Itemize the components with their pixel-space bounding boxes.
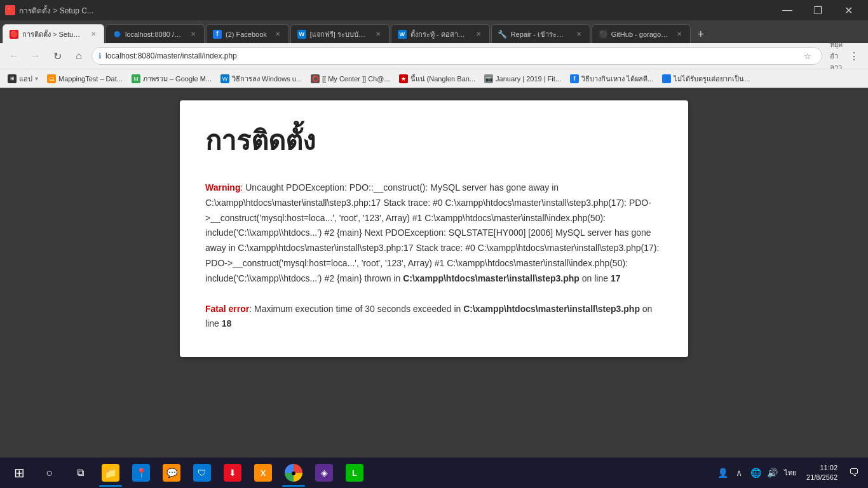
tab-1-label: การติดตั้ง > Setup C...: [22, 29, 83, 40]
start-button[interactable]: ⊞: [5, 459, 33, 487]
forward-button[interactable]: →: [27, 47, 44, 65]
extensions-button[interactable]: หยุดอำลาว: [829, 48, 844, 64]
language-indicator[interactable]: ไทย: [782, 467, 799, 478]
bookmark-7-label: วิธีบางกินเหาง ได้ผลดี...: [581, 73, 653, 85]
tab-4-icon: W: [297, 30, 306, 39]
file-explorer-icon: 📁: [102, 464, 119, 482]
page-content: การติดตั้ง Warning: Uncaught PDOExceptio…: [0, 88, 868, 458]
warning-message: Warning: Uncaught PDOException: PDO::__c…: [205, 180, 663, 287]
refresh-button[interactable]: ↻: [48, 47, 66, 65]
taskbar-xampp[interactable]: X: [249, 459, 277, 487]
chevron-up-icon[interactable]: ∧: [732, 466, 746, 480]
tab-1-icon: 🔴: [10, 30, 18, 39]
vscode-icon: ◈: [315, 464, 333, 482]
bookmark-star-button[interactable]: ☆: [800, 48, 815, 64]
tab-3[interactable]: f (2) Facebook ✕: [206, 24, 289, 43]
taskbar-line-app[interactable]: L: [341, 459, 369, 487]
bookmark-8-icon: 👤: [662, 74, 671, 83]
taskbar-vscode[interactable]: ◈: [310, 459, 338, 487]
tab-7-icon: ⚫: [599, 30, 607, 39]
notification-button[interactable]: 🗨: [845, 464, 863, 482]
tab-7-close[interactable]: ✕: [675, 30, 684, 39]
bookmark-apps-label: แอป: [19, 73, 32, 85]
new-tab-button[interactable]: +: [692, 25, 710, 43]
bookmark-apps[interactable]: ⊞ แอป ▾: [4, 72, 42, 86]
taskbar-chrome[interactable]: ●: [280, 459, 308, 487]
taskbar-file-explorer[interactable]: 📁: [97, 459, 125, 487]
task-view-button[interactable]: ⧉: [66, 459, 94, 487]
title-bar: 🔴 การติดตั้ง > Setup C... — ❐ ✕: [0, 0, 868, 20]
fatal-line: 18: [222, 318, 232, 329]
bookmark-7[interactable]: f วิธีบางกินเหาง ได้ผลดี...: [566, 72, 657, 86]
bookmark-3[interactable]: W วิธีการลง Windows u...: [217, 72, 306, 86]
tab-4-close[interactable]: ✕: [374, 30, 383, 39]
tab-2-label: localhost:8080 / 1...: [125, 30, 182, 38]
volume-icon[interactable]: 🔊: [765, 466, 779, 480]
tab-6-label: Repair - เข้าระบบดั้...: [511, 29, 568, 40]
clock-date: 21/8/2562: [806, 473, 837, 482]
tab-2[interactable]: 🔵 localhost:8080 / 1... ✕: [105, 24, 205, 43]
bookmark-3-label: วิธีการลง Windows u...: [232, 73, 302, 85]
tab-5-label: ตั้งกระทู้ - คอสารบอ...: [410, 29, 468, 40]
address-input-wrap[interactable]: ℹ localhost:8080/master/install/index.ph…: [92, 47, 822, 65]
minimize-button[interactable]: —: [773, 0, 802, 20]
bookmarks-bar: ⊞ แอป ▾ 🗂 MappingTest – Dat... M ภาพรวม …: [0, 69, 868, 88]
messenger-icon: 💬: [163, 464, 180, 482]
tab-7[interactable]: ⚫ GitHub - goragod... ✕: [592, 24, 691, 43]
people-icon[interactable]: 👤: [715, 466, 729, 480]
home-button[interactable]: ⌂: [70, 47, 88, 65]
tab-3-label: (2) Facebook: [226, 30, 267, 38]
bookmark-apps-chevron: ▾: [35, 75, 38, 82]
taskbar-downloader[interactable]: ⬇: [219, 459, 247, 487]
warning-label: Warning: [205, 182, 240, 193]
app-icon: 🔴: [5, 5, 15, 15]
tab-5-close[interactable]: ✕: [474, 30, 483, 39]
tab-5[interactable]: W ตั้งกระทู้ - คอสารบอ... ✕: [391, 24, 490, 43]
download-icon: ⬇: [224, 464, 241, 482]
close-button[interactable]: ✕: [834, 0, 863, 20]
bookmark-6[interactable]: 📷 January | 2019 | Fit...: [480, 73, 565, 85]
tab-1-close[interactable]: ✕: [89, 30, 97, 39]
tab-6-close[interactable]: ✕: [574, 30, 583, 39]
bookmark-2[interactable]: M ภาพรวม – Google M...: [128, 72, 215, 86]
maps-icon: 📍: [132, 464, 150, 482]
taskbar-security[interactable]: 🛡: [188, 459, 216, 487]
settings-menu-button[interactable]: ⋮: [845, 47, 863, 65]
bookmark-4-icon: ⭕: [311, 74, 320, 83]
bookmark-4[interactable]: ⭕ [[ My Center ]] Ch@...: [307, 73, 394, 85]
tab-1[interactable]: 🔴 การติดตั้ง > Setup C... ✕: [3, 24, 104, 43]
url-display: localhost:8080/master/install/index.php: [105, 51, 796, 60]
bookmark-5[interactable]: ★ นึ้แน่ (Nanglen Ban...: [395, 72, 480, 86]
bookmark-3-icon: W: [220, 74, 229, 83]
warning-online: on line: [580, 273, 611, 283]
taskbar: ⊞ ○ ⧉ 📁 📍 💬 🛡 ⬇ X ● ◈ L 👤 ∧ 🌐 🔊 ไทย: [0, 458, 868, 488]
bookmark-8[interactable]: 👤 ไม่ได้รับดรูแต่อยากเป็น...: [658, 72, 754, 86]
taskbar-maps[interactable]: 📍: [127, 459, 155, 487]
fatal-message: Fatal error: Maximum execution time of 3…: [205, 302, 663, 332]
taskbar-line-messenger[interactable]: 💬: [158, 459, 186, 487]
bookmark-1-label: MappingTest – Dat...: [58, 75, 123, 83]
bookmark-6-label: January | 2019 | Fit...: [496, 75, 561, 83]
tab-6[interactable]: 🔧 Repair - เข้าระบบดั้... ✕: [491, 24, 590, 43]
tab-4[interactable]: W [แจกฟรี] ระบบบันทึ... ✕: [290, 24, 390, 43]
network-icon[interactable]: 🌐: [749, 466, 763, 480]
fatal-text: : Maximum execution time of 30 seconds e…: [249, 304, 463, 314]
maximize-button[interactable]: ❐: [803, 0, 832, 20]
bookmark-1[interactable]: 🗂 MappingTest – Dat...: [43, 73, 126, 85]
back-button[interactable]: ←: [5, 47, 23, 65]
bookmark-4-label: [[ My Center ]] Ch@...: [322, 75, 390, 83]
error-block: Warning: Uncaught PDOException: PDO::__c…: [205, 180, 663, 332]
window-title: การติดตั้ง > Setup C...: [19, 4, 93, 17]
address-bar: ← → ↻ ⌂ ℹ localhost:8080/master/install/…: [0, 43, 868, 69]
taskbar-search[interactable]: ○: [36, 459, 64, 487]
system-clock[interactable]: 11:02 21/8/2562: [801, 463, 843, 483]
tab-2-icon: 🔵: [112, 30, 121, 39]
bookmark-5-icon: ★: [399, 74, 408, 83]
bookmark-7-icon: f: [570, 74, 579, 83]
bookmark-6-icon: 📷: [484, 74, 493, 83]
task-view-icon: ⧉: [71, 464, 89, 482]
tab-2-close[interactable]: ✕: [189, 30, 198, 39]
tab-3-close[interactable]: ✕: [273, 30, 282, 39]
apps-icon: ⊞: [8, 74, 17, 83]
system-tray: 👤 ∧ 🌐 🔊 ไทย 11:02 21/8/2562 🗨: [715, 463, 863, 483]
